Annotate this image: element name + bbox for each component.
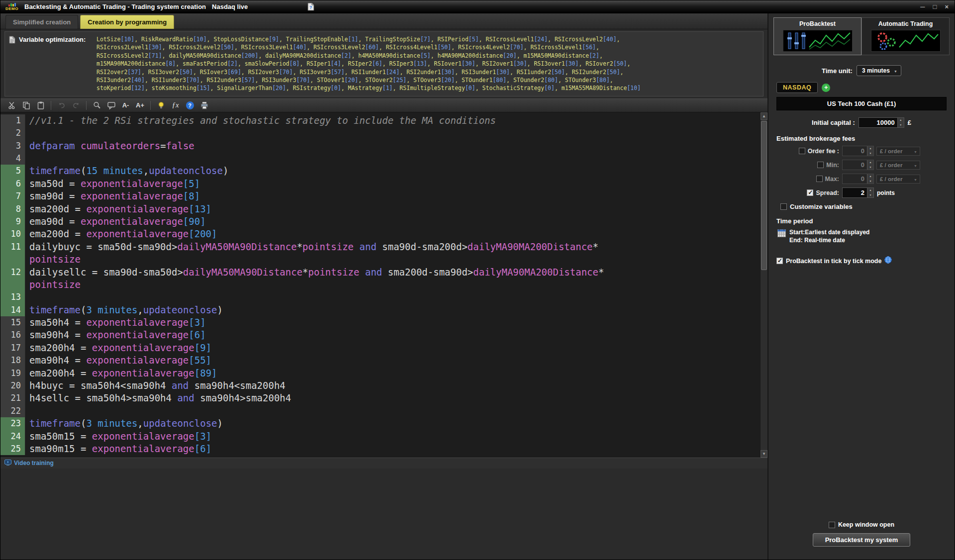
tab-simplified-creation[interactable]: Simplified creation xyxy=(5,15,78,29)
help-document-icon[interactable]: ? xyxy=(307,2,314,11)
print-icon[interactable] xyxy=(198,99,210,111)
code-row[interactable]: 2 xyxy=(0,127,760,139)
code-row[interactable]: 6sma50d = exponentialaverage[5] xyxy=(0,178,760,190)
instrument-title: US Tech 100 Cash (£1) xyxy=(776,97,947,110)
time-unit-dropdown[interactable]: 3 minutes xyxy=(857,65,901,76)
line-number: 9 xyxy=(0,215,25,228)
code-line: h4buyc = sma50h4<sma90h4 and sma90h4<sma… xyxy=(25,379,286,392)
line-number: 3 xyxy=(0,140,25,152)
min-fee-label: Min: xyxy=(826,162,839,169)
spread-spinner[interactable] xyxy=(867,188,873,197)
add-instrument-icon[interactable]: + xyxy=(822,84,830,92)
maximize-button[interactable]: □ xyxy=(933,3,937,10)
tick-mode-checkbox[interactable] xyxy=(776,258,783,264)
min-fee-checkbox[interactable] xyxy=(817,162,824,168)
code-line: h4sellc = sma50h4>sma90h4 and sma90h4>sm… xyxy=(25,392,291,404)
code-row[interactable]: 17sma200h4 = exponentialaverage[9] xyxy=(0,342,760,354)
insert-function-icon[interactable]: ƒx xyxy=(169,99,182,111)
minimize-button[interactable]: ─ xyxy=(920,3,925,10)
code-line: pointsize xyxy=(25,279,81,291)
tick-mode-row: ProBacktest in tick by tick mode xyxy=(776,256,955,266)
code-row[interactable]: 20h4buyc = sma50h4<sma90h4 and sma90h4<s… xyxy=(0,379,760,392)
code-row[interactable]: pointsize xyxy=(0,279,760,291)
nasdaq-button[interactable]: NASDAQ xyxy=(776,82,818,93)
code-row[interactable]: 14timeframe(3 minutes,updateonclose) xyxy=(0,304,760,316)
status-strip: Video training xyxy=(0,458,767,468)
code-row[interactable]: 25sma90m15 = exponentialaverage[6] xyxy=(0,443,760,455)
zoom-icon[interactable] xyxy=(91,99,103,111)
scroll-up-icon[interactable] xyxy=(761,112,767,120)
code-row[interactable]: 12dailysellc = sma90d-sma50d>dailyMA50MA… xyxy=(0,266,760,279)
code-row[interactable]: 8sma200d = exponentialaverage[13] xyxy=(0,203,760,215)
code-row[interactable]: 11dailybuyc = sma50d-sma90d>dailyMA50MA9… xyxy=(0,241,760,253)
min-fee-row: Min: £ / order xyxy=(768,160,955,170)
code-row[interactable]: pointsize xyxy=(0,253,760,266)
code-row[interactable]: 15sma50h4 = exponentialaverage[3] xyxy=(0,316,760,329)
code-row[interactable]: 10ema200d = exponentialaverage[200] xyxy=(0,228,760,240)
editor-scrollbar[interactable] xyxy=(760,112,767,458)
code-row[interactable]: 1//v1.1 - the 2 RSi strategies and stoch… xyxy=(0,114,760,127)
capital-spinner[interactable] xyxy=(897,118,904,127)
max-fee-checkbox[interactable] xyxy=(816,176,823,182)
tab-creation-by-programming[interactable]: Creation by programming xyxy=(80,15,174,29)
scroll-down-icon[interactable] xyxy=(761,450,767,458)
tab-automatic-trading[interactable]: Automatic Trading xyxy=(861,17,950,55)
code-line: timeframe(3 minutes,updateonclose) xyxy=(25,304,223,316)
line-number: 4 xyxy=(0,152,25,165)
code-rows: 1//v1.1 - the 2 RSi strategies and stoch… xyxy=(0,112,760,456)
title-bar: DEMO Backtesting & Automatic Trading - T… xyxy=(0,0,955,13)
period-end-text: End: Real-time date xyxy=(789,237,869,245)
code-row[interactable]: 19ema200h4 = exponentialaverage[89] xyxy=(0,367,760,379)
lightbulb-icon[interactable] xyxy=(155,99,167,111)
line-number: 19 xyxy=(0,367,25,379)
probacktest-thumbnail-icon xyxy=(783,30,853,52)
min-fee-unit-dropdown[interactable]: £ / order xyxy=(876,161,920,170)
time-period-header: Time period xyxy=(776,217,955,225)
code-row[interactable]: 7sma90d = exponentialaverage[8] xyxy=(0,190,760,202)
code-row[interactable]: 13 xyxy=(0,291,760,303)
max-fee-unit-dropdown[interactable]: £ / order xyxy=(876,175,920,184)
code-line: sma90d = exponentialaverage[8] xyxy=(25,190,200,202)
video-training-link[interactable]: Video training xyxy=(14,460,54,467)
help-icon[interactable]: ? xyxy=(184,99,196,111)
tab-probacktest[interactable]: ProBacktest xyxy=(773,17,861,55)
code-row[interactable]: 24sma50m15 = exponentialaverage[3] xyxy=(0,430,760,443)
comment-icon[interactable] xyxy=(105,99,117,111)
code-row[interactable]: 5timeframe(15 minutes,updateonclose) xyxy=(0,165,760,177)
spread-row: Spread: points xyxy=(768,187,955,198)
order-fee-unit-dropdown[interactable]: £ / order xyxy=(876,147,920,156)
code-row[interactable]: 22 xyxy=(0,405,760,417)
probacktest-run-button[interactable]: ProBacktest my system xyxy=(813,533,911,547)
scrollbar-thumb[interactable] xyxy=(761,121,767,270)
keep-window-checkbox[interactable] xyxy=(829,522,835,528)
customize-variables-checkbox[interactable] xyxy=(780,203,787,210)
redo-icon[interactable] xyxy=(70,99,82,111)
undo-icon[interactable] xyxy=(55,99,68,111)
code-row[interactable]: 16sma90h4 = exponentialaverage[6] xyxy=(0,329,760,341)
code-row[interactable]: 18ema90h4 = exponentialaverage[55] xyxy=(0,354,760,367)
close-button[interactable]: × xyxy=(945,3,949,10)
order-fee-checkbox[interactable] xyxy=(799,148,805,154)
code-row[interactable]: 4 xyxy=(0,152,760,165)
cut-icon[interactable] xyxy=(5,99,18,111)
code-row[interactable]: 9ema90d = exponentialaverage[90] xyxy=(0,215,760,228)
code-line xyxy=(25,405,29,417)
code-editor[interactable]: 1//v1.1 - the 2 RSi strategies and stoch… xyxy=(0,112,767,458)
font-increase-button[interactable]: A+ xyxy=(134,99,146,111)
code-line: pointsize xyxy=(25,253,81,266)
calendar-icon[interactable] xyxy=(777,229,786,239)
code-row[interactable]: 21h4sellc = sma50h4>sma90h4 and sma90h4>… xyxy=(0,392,760,404)
sidebar-tabs: ProBacktest Automatic Trading xyxy=(773,17,950,55)
code-line: sma200h4 = exponentialaverage[9] xyxy=(25,342,211,354)
video-icon xyxy=(4,459,11,467)
copy-icon[interactable] xyxy=(20,99,32,111)
code-line: ema90d = exponentialaverage[90] xyxy=(25,215,206,228)
time-period-block[interactable]: Start:Earliest date displayed End: Real-… xyxy=(777,229,955,244)
code-row[interactable]: 23timeframe(3 minutes,updateonclose) xyxy=(0,417,760,430)
code-row[interactable]: 3defparam cumulateorders=false xyxy=(0,140,760,152)
spread-checkbox[interactable] xyxy=(807,189,813,196)
font-decrease-button[interactable]: A- xyxy=(119,99,132,111)
paste-icon[interactable] xyxy=(34,99,47,111)
line-number: 23 xyxy=(0,417,25,430)
variable-optimization-label: Variable optimization: xyxy=(19,36,86,43)
